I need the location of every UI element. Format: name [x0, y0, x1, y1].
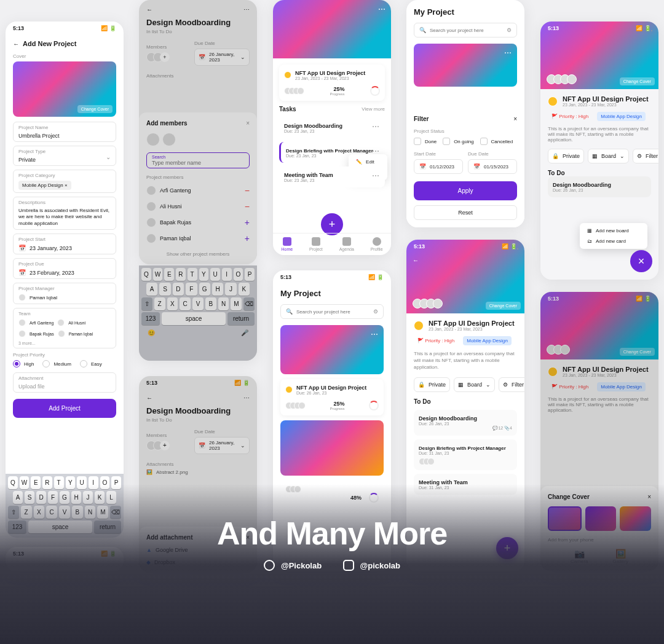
- edit-option[interactable]: ✏️Edit: [351, 157, 385, 167]
- change-cover-button[interactable]: Change Cover: [77, 105, 113, 113]
- close-icon[interactable]: ×: [246, 120, 250, 127]
- nav-profile[interactable]: Profile: [371, 237, 383, 251]
- view-more-link[interactable]: View more: [362, 106, 385, 112]
- page-title: My Project: [280, 289, 321, 298]
- search-icon: 🔍: [286, 308, 293, 315]
- remove-member-button[interactable]: −: [245, 202, 250, 211]
- status-done-checkbox[interactable]: [414, 138, 421, 145]
- instagram-icon: [343, 560, 354, 571]
- more-icon[interactable]: ⋯: [243, 6, 250, 13]
- cover-label: Cover: [13, 53, 116, 59]
- project-name-input[interactable]: Umbrella Project: [18, 133, 111, 139]
- private-toggle[interactable]: 🔒 Private: [414, 377, 450, 392]
- task-title: Design Moodboarding: [146, 18, 250, 27]
- filter-icon[interactable]: ⚙: [373, 308, 378, 315]
- member-search-input[interactable]: [152, 160, 244, 166]
- priority-high-radio[interactable]: [13, 360, 20, 367]
- back-icon[interactable]: ←: [13, 41, 19, 47]
- nav-agenda[interactable]: Agenda: [339, 237, 354, 251]
- filter-button[interactable]: ⚙ Filter: [499, 377, 524, 392]
- category-chip[interactable]: Mobile App Design ×: [18, 181, 71, 190]
- add-member-button[interactable]: +: [245, 234, 250, 243]
- remove-member-button[interactable]: −: [245, 186, 250, 195]
- due-date-input[interactable]: 23 February, 2023: [30, 270, 74, 276]
- add-card-option[interactable]: 🗂 Add new card: [582, 236, 645, 246]
- description-textarea[interactable]: Umbrella is associated with Resident Evi…: [18, 208, 111, 227]
- battery-icon: 📶 🔋: [101, 25, 116, 31]
- more-icon[interactable]: ⋯: [243, 395, 250, 401]
- upload-file-button[interactable]: Upload file: [18, 383, 111, 390]
- change-cover-button[interactable]: Change Cover: [486, 302, 521, 310]
- hero-title: And Many More: [0, 515, 664, 552]
- priority-easy-radio[interactable]: [80, 360, 87, 367]
- priority-medium-radio[interactable]: [42, 360, 50, 367]
- instagram-handle[interactable]: @pickolab: [360, 561, 400, 570]
- progress-ring-icon: [370, 86, 380, 96]
- add-board-option[interactable]: ▦ Add new board: [582, 226, 645, 236]
- member-row: Bapak Rujas+: [146, 214, 250, 230]
- member-row: Arfi Ganteng−: [146, 183, 250, 198]
- board-select[interactable]: ▦ Board ⌄: [454, 377, 495, 392]
- chevron-down-icon: ⌄: [106, 154, 111, 160]
- page-title: Add New Project: [23, 40, 76, 47]
- nav-project[interactable]: Project: [309, 237, 323, 251]
- close-icon[interactable]: ×: [513, 116, 517, 122]
- calendar-icon: 📅: [18, 269, 26, 276]
- close-fab[interactable]: ×: [630, 250, 652, 272]
- apply-button[interactable]: Apply: [414, 181, 517, 200]
- member-row: Paman Iqbal+: [146, 230, 250, 246]
- show-other-members[interactable]: Show other project members: [146, 251, 250, 257]
- add-member-button[interactable]: +: [245, 218, 250, 227]
- search-input[interactable]: [296, 309, 370, 315]
- back-icon[interactable]: ←: [413, 257, 419, 264]
- more-icon[interactable]: ⋯: [378, 5, 386, 14]
- nav-home[interactable]: Home: [281, 237, 293, 251]
- dribbble-handle[interactable]: @Pickolab: [281, 561, 322, 570]
- add-fab[interactable]: +: [321, 213, 343, 235]
- add-project-button[interactable]: Add Project: [13, 399, 116, 418]
- member-row: Ali Husni−: [146, 198, 250, 214]
- add-member-button[interactable]: +: [160, 52, 170, 62]
- project-type-select[interactable]: Private: [18, 157, 111, 163]
- back-icon[interactable]: ←: [146, 6, 152, 13]
- status-ongoing-checkbox[interactable]: [443, 138, 450, 145]
- end-date-input[interactable]: 📅01/15/2023: [468, 159, 517, 174]
- due-date-select[interactable]: 📅26 January, 2023⌄: [194, 49, 250, 66]
- back-icon[interactable]: ←: [146, 395, 152, 401]
- status-cancelled-checkbox[interactable]: [480, 138, 488, 145]
- start-date-input[interactable]: 23 January, 2023: [30, 245, 72, 251]
- dribbble-icon: [264, 560, 275, 571]
- avatar: [18, 294, 26, 301]
- reset-button[interactable]: Reset: [414, 205, 517, 220]
- start-date-input[interactable]: 📅01/12/2023: [414, 159, 463, 174]
- time: 5:13: [13, 25, 24, 31]
- calendar-icon: 📅: [18, 245, 26, 251]
